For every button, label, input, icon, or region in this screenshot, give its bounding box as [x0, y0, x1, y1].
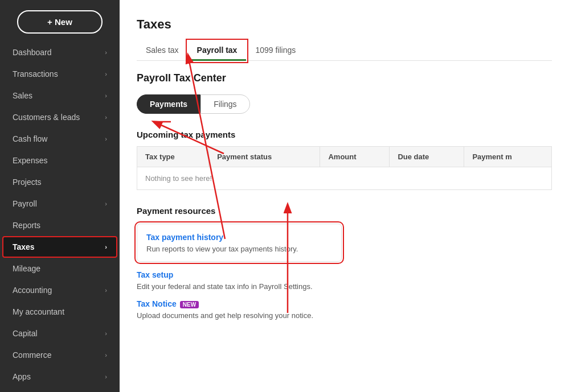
- resource-row-tax-setup: Tax setupEdit your federal and state tax…: [137, 270, 552, 291]
- sidebar-item-label: My accountant: [13, 307, 64, 316]
- sidebar-item-payroll[interactable]: Payroll›: [2, 193, 117, 214]
- chevron-right-icon: ›: [105, 71, 107, 77]
- sidebar-item-my-accountant[interactable]: My accountant: [2, 301, 117, 323]
- sidebar-item-capital[interactable]: Capital›: [2, 323, 117, 344]
- payments-toggle-btn[interactable]: Payments: [137, 94, 200, 114]
- chevron-right-icon: ›: [105, 200, 107, 207]
- section-title: Payroll Tax Center: [137, 72, 552, 84]
- sidebar-item-label: Taxes: [13, 242, 35, 251]
- table-header-row: Tax typePayment statusAmountDue datePaym…: [137, 147, 552, 167]
- sidebar-item-label: Mileage: [13, 264, 40, 273]
- sidebar-item-expenses[interactable]: Expenses: [2, 150, 117, 171]
- chevron-right-icon: ›: [105, 373, 107, 380]
- sidebar: + New Dashboard›Transactions›Sales›Custo…: [0, 0, 120, 392]
- resource-link-tax-notice[interactable]: Tax NoticeNEW: [137, 299, 199, 308]
- chevron-right-icon: ›: [105, 352, 107, 358]
- sidebar-item-label: Accounting: [13, 286, 52, 295]
- sidebar-item-label: Expenses: [13, 156, 47, 165]
- resource-row-tax-notice: Tax NoticeNEWUpload documents and get he…: [137, 299, 552, 320]
- sidebar-item-insurance[interactable]: Insurance›: [2, 387, 117, 392]
- resource-desc-tax-payment-history: Run reports to view your tax payments hi…: [146, 245, 332, 253]
- 1099-filings-tab[interactable]: 1099 filings: [246, 41, 305, 61]
- new-badge: NEW: [180, 301, 199, 308]
- chevron-right-icon: ›: [105, 114, 107, 121]
- resources-title: Payment resources: [137, 206, 552, 216]
- payroll-tax-tab[interactable]: Payroll tax: [188, 41, 247, 61]
- table-header-amount: Amount: [320, 147, 390, 167]
- sidebar-item-reports[interactable]: Reports: [2, 214, 117, 236]
- chevron-right-icon: ›: [105, 287, 107, 294]
- sidebar-item-commerce[interactable]: Commerce›: [2, 344, 117, 366]
- chevron-right-icon: ›: [105, 92, 107, 99]
- sidebar-item-customers-leads[interactable]: Customers & leads›: [2, 106, 117, 128]
- resources-list: Tax payment historyRun reports to view y…: [137, 224, 552, 320]
- sales-tax-tab[interactable]: Sales tax: [137, 41, 188, 61]
- upcoming-title: Upcoming tax payments: [137, 130, 552, 139]
- chevron-right-icon: ›: [105, 244, 107, 250]
- sidebar-item-taxes[interactable]: Taxes›: [2, 236, 117, 258]
- sidebar-item-label: Dashboard: [13, 48, 52, 57]
- resource-desc-tax-setup: Edit your federal and state tax info in …: [137, 282, 552, 291]
- sidebar-item-dashboard[interactable]: Dashboard›: [2, 42, 117, 63]
- table-head: Tax typePayment statusAmountDue datePaym…: [137, 147, 552, 167]
- sidebar-item-mileage[interactable]: Mileage: [2, 258, 117, 279]
- new-button[interactable]: + New: [17, 10, 103, 34]
- tabs-bar: Sales taxPayroll tax1099 filings: [137, 41, 552, 61]
- sidebar-item-label: Cash flow: [13, 134, 47, 143]
- resource-card-tax-payment-history: Tax payment historyRun reports to view y…: [137, 224, 342, 262]
- tax-table: Tax typePayment statusAmountDue datePaym…: [137, 146, 552, 190]
- resource-link-tax-setup[interactable]: Tax setup: [137, 270, 173, 279]
- sidebar-item-label: Capital: [13, 329, 38, 338]
- sidebar-item-transactions[interactable]: Transactions›: [2, 63, 117, 85]
- table-header-tax-type: Tax type: [137, 147, 209, 167]
- table-header-payment-status: Payment status: [209, 147, 320, 167]
- sidebar-item-accounting[interactable]: Accounting›: [2, 279, 117, 301]
- sidebar-item-projects[interactable]: Projects: [2, 171, 117, 193]
- chevron-right-icon: ›: [105, 330, 107, 337]
- sidebar-item-label: Transactions: [13, 69, 58, 79]
- sidebar-item-label: Customers & leads: [13, 113, 80, 122]
- resource-desc-tax-notice: Upload documents and get help resolving …: [137, 311, 552, 320]
- sidebar-item-label: Reports: [13, 221, 40, 230]
- chevron-right-icon: ›: [105, 135, 107, 142]
- chevron-right-icon: ›: [105, 49, 107, 56]
- table-body: Nothing to see here!: [137, 167, 552, 190]
- table-header-due-date: Due date: [390, 147, 464, 167]
- sidebar-item-label: Projects: [13, 178, 42, 187]
- sidebar-item-cash-flow[interactable]: Cash flow›: [2, 128, 117, 150]
- sidebar-item-label: Payroll: [13, 199, 37, 208]
- main-content: Taxes Sales taxPayroll tax1099 filings P…: [120, 0, 569, 392]
- sidebar-item-label: Sales: [13, 91, 32, 100]
- table-empty-message: Nothing to see here!: [137, 167, 552, 190]
- sidebar-item-label: Commerce: [13, 350, 51, 360]
- resource-link-tax-payment-history[interactable]: Tax payment history: [146, 233, 223, 242]
- sidebar-item-apps[interactable]: Apps›: [2, 366, 117, 387]
- page-title: Taxes: [137, 17, 552, 32]
- sidebar-item-label: Apps: [13, 372, 31, 381]
- table-header-payment-m: Payment m: [464, 147, 552, 167]
- table-empty-row: Nothing to see here!: [137, 167, 552, 190]
- filings-toggle-btn[interactable]: Filings: [200, 94, 249, 114]
- sidebar-item-sales[interactable]: Sales›: [2, 85, 117, 106]
- payments-filings-toggle: Payments Filings: [137, 94, 552, 114]
